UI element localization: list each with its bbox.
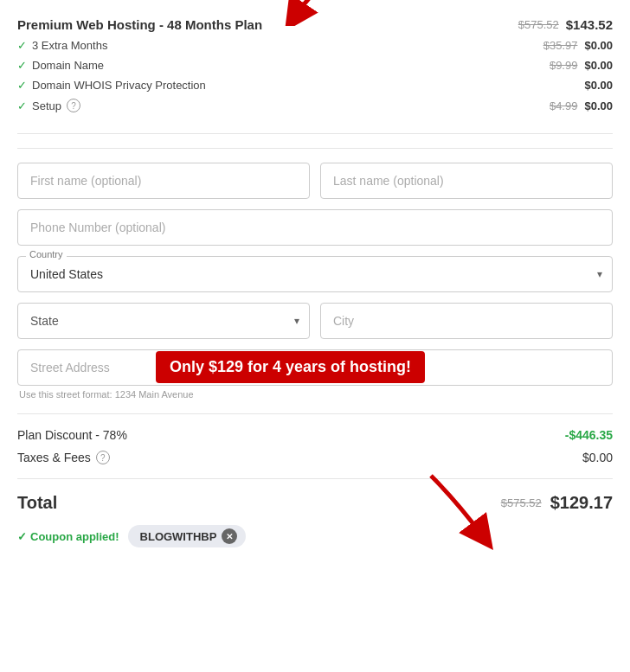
setup-info-icon[interactable]: ? — [67, 99, 80, 112]
promo-banner: Only $129 for 4 years of hosting! — [156, 351, 425, 383]
remove-coupon-button[interactable]: ✕ — [222, 528, 237, 544]
sub-item-final-2: $0.00 — [584, 79, 613, 92]
total-final-price: $129.17 — [550, 493, 613, 513]
last-name-input[interactable] — [320, 163, 613, 199]
coupon-badge: BLOGWITHBP ✕ — [128, 525, 247, 547]
country-field: Country United States ▾ — [17, 256, 613, 292]
billing-form: Country United States ▾ State ▾ Only $12… — [17, 163, 613, 400]
sub-item-original-1: $9.99 — [550, 59, 578, 72]
sub-item-prices-2: $0.00 — [584, 79, 613, 92]
country-label: Country — [26, 249, 67, 259]
state-field: State ▾ — [17, 303, 310, 339]
street-row: Only $129 for 4 years of hosting! — [17, 349, 613, 386]
coupon-code: BLOGWITHBP — [140, 530, 217, 543]
sub-item-final-3: $0.00 — [584, 99, 613, 112]
sub-item-final-1: $0.00 — [584, 59, 613, 72]
main-item-prices: $575.52 $143.52 — [518, 17, 613, 32]
main-item-final-price: $143.52 — [566, 17, 613, 32]
discount-row: Plan Discount - 78% -$446.35 — [17, 428, 613, 442]
taxes-amount: $0.00 — [582, 451, 613, 464]
sub-item-2: ✓ Domain WHOIS Privacy Protection $0.00 — [17, 79, 613, 92]
last-name-field — [320, 163, 613, 199]
sub-item-prices-3: $4.99 $0.00 — [550, 99, 613, 112]
discount-amount: -$446.35 — [565, 428, 613, 442]
sub-item-1: ✓ Domain Name $9.99 $0.00 — [17, 59, 613, 72]
coupon-row: ✓ Coupon applied! BLOGWITHBP ✕ — [17, 525, 613, 547]
first-name-field — [17, 163, 310, 199]
first-name-input[interactable] — [17, 163, 310, 199]
check-icon-0: ✓ — [17, 39, 27, 52]
sub-item-name-0: 3 Extra Months — [32, 39, 107, 52]
taxes-label: Taxes & Fees — [17, 451, 91, 464]
divider-3 — [17, 478, 613, 479]
state-city-row: State ▾ — [17, 303, 613, 339]
main-item-name: Premium Web Hosting - 48 Months Plan — [17, 17, 262, 32]
check-icon-coupon: ✓ — [17, 530, 27, 543]
sub-item-final-0: $0.00 — [584, 39, 613, 52]
phone-input[interactable] — [17, 209, 613, 246]
sub-item-original-0: $35.97 — [543, 39, 578, 52]
total-row: Total $575.52 $129.17 — [17, 493, 613, 513]
sub-item-name-1: Domain Name — [32, 59, 104, 72]
divider-2 — [17, 413, 613, 414]
order-section: Premium Web Hosting - 48 Months Plan $57… — [17, 17, 613, 134]
summary-section: Plan Discount - 78% -$446.35 Taxes & Fee… — [17, 428, 613, 464]
state-select[interactable]: State — [17, 303, 310, 339]
phone-row — [17, 209, 613, 246]
main-item-original-price: $575.52 — [518, 18, 559, 31]
check-icon-1: ✓ — [17, 59, 27, 72]
taxes-info-icon[interactable]: ? — [96, 451, 110, 464]
sub-item-prices-0: $35.97 $0.00 — [543, 39, 613, 52]
total-label: Total — [17, 493, 57, 513]
discount-label: Plan Discount - 78% — [17, 428, 127, 442]
sub-item-prices-1: $9.99 $0.00 — [550, 59, 613, 72]
sub-item-3: ✓ Setup ? $4.99 $0.00 — [17, 99, 613, 112]
country-row: Country United States ▾ — [17, 256, 613, 292]
sub-item-0: ✓ 3 Extra Months $35.97 $0.00 — [17, 39, 613, 52]
total-prices: $575.52 $129.17 — [501, 493, 613, 513]
country-select[interactable]: United States — [17, 256, 613, 292]
top-red-arrow — [268, 0, 355, 26]
divider-1 — [17, 148, 613, 149]
sub-item-name-2: Domain WHOIS Privacy Protection — [32, 79, 206, 92]
phone-field — [17, 209, 613, 246]
sub-item-name-3: Setup — [32, 99, 61, 112]
main-order-item: Premium Web Hosting - 48 Months Plan $57… — [17, 17, 613, 32]
check-icon-3: ✓ — [17, 99, 27, 112]
city-field — [320, 303, 613, 339]
check-icon-2: ✓ — [17, 79, 27, 92]
name-row — [17, 163, 613, 199]
taxes-row: Taxes & Fees ? $0.00 — [17, 451, 613, 464]
coupon-applied-text: ✓ Coupon applied! — [17, 530, 119, 543]
city-input[interactable] — [320, 303, 613, 339]
street-hint: Use this street format: 1234 Main Avenue — [17, 389, 613, 400]
bottom-red-arrow — [405, 467, 509, 554]
sub-item-original-3: $4.99 — [550, 99, 578, 112]
